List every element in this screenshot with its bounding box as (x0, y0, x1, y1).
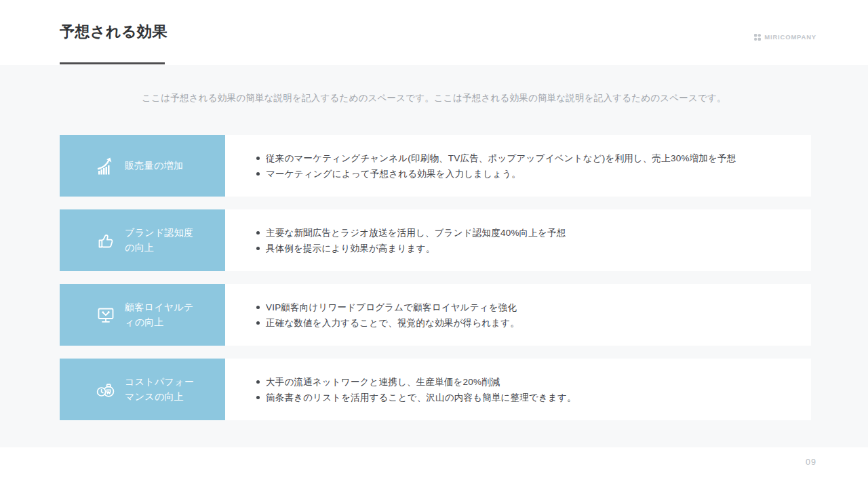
effect-label-box: 販売量の増加 (60, 135, 225, 197)
title-underline (60, 62, 165, 64)
effect-label-box: ブランド認知度の向上 (60, 209, 225, 271)
thumbs-up-icon (96, 230, 116, 251)
monitor-share-icon (96, 305, 116, 325)
effect-rows: 販売量の増加 従来のマーケティングチャンネル(印刷物、TV広告、ポップアップイベ… (60, 135, 811, 420)
intro-text: ここは予想される効果の簡単な説明を記入するためのスペースです。ここは予想される効… (0, 92, 868, 104)
logo-text: MIRICOMPANY (764, 33, 816, 41)
effect-row-loyalty: 顧客ロイヤルティの向上 VIP顧客向けリワードプログラムで顧客ロイヤルティを強化… (60, 284, 811, 346)
effect-label: ブランド認知度の向上 (125, 226, 197, 255)
effect-content-box: VIP顧客向けリワードプログラムで顧客ロイヤルティを強化 正確な数値を入力するこ… (225, 284, 811, 346)
slide: 予想される効果 MIRICOMPANY ここは予想される効果の簡単な説明を記入す… (0, 0, 868, 488)
effect-label-box: 顧客ロイヤルティの向上 (60, 284, 225, 346)
effect-content-box: 主要な新聞広告とラジオ放送を活用し、ブランド認知度40%向上を予想 具体例を提示… (225, 209, 811, 271)
effect-row-brand: ブランド認知度の向上 主要な新聞広告とラジオ放送を活用し、ブランド認知度40%向… (60, 209, 811, 271)
bullet-item: 具体例を提示により効果が高まります。 (256, 241, 797, 256)
effect-content-box: 大手の流通ネットワークと連携し、生産単価を20%削減 箇条書きのリストを活用する… (225, 359, 811, 420)
bullet-item: マーケティングによって予想される効果を入力しましょう。 (256, 166, 797, 182)
pinwheel-logo-icon (754, 34, 761, 41)
effect-label: 販売量の増加 (125, 159, 197, 174)
page-number: 09 (806, 458, 816, 467)
effect-row-cost: コストパフォーマンスの向上 大手の流通ネットワークと連携し、生産単価を20%削減… (60, 359, 811, 420)
page-title: 予想される効果 (60, 22, 167, 42)
growth-chart-icon (96, 156, 116, 176)
time-money-icon (96, 380, 116, 400)
bullet-item: 従来のマーケティングチャンネル(印刷物、TV広告、ポップアップイベントなど)を利… (256, 150, 797, 166)
bullet-item: 正確な数値を入力することで、視覚的な効果が得られます。 (256, 315, 797, 331)
effect-label-box: コストパフォーマンスの向上 (60, 359, 225, 420)
bullet-item: 大手の流通ネットワークと連携し、生産単価を20%削減 (256, 374, 797, 390)
company-logo: MIRICOMPANY (754, 33, 816, 41)
effect-label: 顧客ロイヤルティの向上 (125, 300, 197, 329)
effect-content-box: 従来のマーケティングチャンネル(印刷物、TV広告、ポップアップイベントなど)を利… (225, 135, 811, 197)
effect-row-sales: 販売量の増加 従来のマーケティングチャンネル(印刷物、TV広告、ポップアップイベ… (60, 135, 811, 197)
bullet-item: 主要な新聞広告とラジオ放送を活用し、ブランド認知度40%向上を予想 (256, 225, 797, 241)
bullet-item: 箇条書きのリストを活用することで、沢山の内容も簡単に整理できます。 (256, 390, 797, 405)
effect-label: コストパフォーマンスの向上 (125, 375, 197, 404)
bullet-item: VIP顧客向けリワードプログラムで顧客ロイヤルティを強化 (256, 300, 797, 315)
